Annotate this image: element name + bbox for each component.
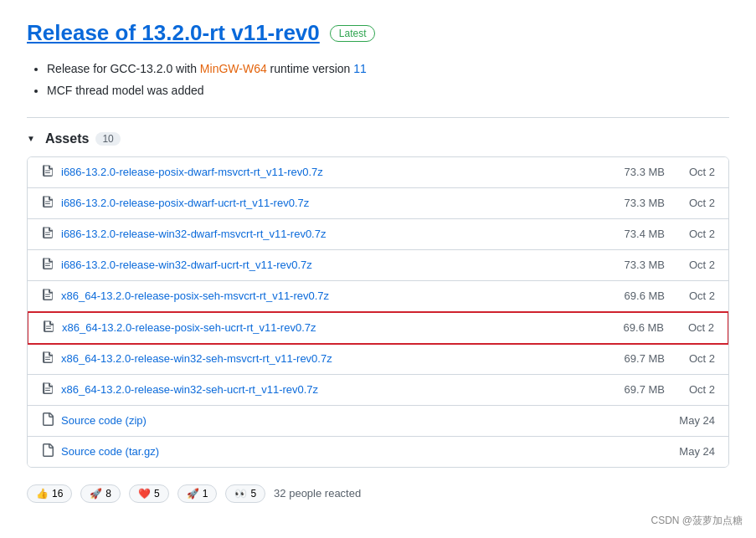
- asset-date: Oct 2: [664, 321, 714, 334]
- reaction-button[interactable]: 👍16: [27, 484, 72, 503]
- reaction-button[interactable]: 👀5: [225, 484, 265, 503]
- divider: [27, 117, 729, 118]
- assets-list: i686-13.2.0-release-posix-dwarf-msvcrt-r…: [27, 156, 729, 468]
- assets-header: ▼ Assets 10: [27, 131, 729, 146]
- asset-date: Oct 2: [665, 166, 715, 178]
- svg-rect-8: [45, 296, 50, 297]
- release-title[interactable]: Release of 13.2.0-rt v11-rev0: [27, 20, 320, 46]
- reaction-count: 16: [52, 488, 63, 500]
- asset-row: Source code (zip)May 24: [28, 406, 728, 437]
- latest-badge: Latest: [330, 25, 376, 42]
- asset-date: Oct 2: [665, 289, 715, 302]
- asset-row: x86_64-13.2.0-release-win32-seh-msvcrt-r…: [28, 344, 728, 375]
- asset-size: 69.7 MB: [598, 383, 665, 396]
- asset-name-link[interactable]: i686-13.2.0-release-win32-dwarf-ucrt-rt_…: [61, 259, 598, 271]
- asset-size: 73.3 MB: [598, 259, 665, 271]
- asset-date: Oct 2: [665, 197, 715, 209]
- watermark: CSDN @菠萝加点糖: [651, 514, 743, 523]
- svg-rect-15: [45, 387, 50, 388]
- svg-rect-14: [45, 390, 50, 391]
- asset-date: May 24: [665, 445, 715, 458]
- asset-size: 69.7 MB: [598, 352, 665, 365]
- reaction-count: 8: [105, 488, 111, 500]
- archive-icon: [41, 226, 54, 243]
- reaction-emoji: ❤️: [138, 488, 151, 500]
- asset-row: x86_64-13.2.0-release-win32-seh-ucrt-rt_…: [28, 375, 728, 406]
- svg-rect-4: [45, 234, 50, 235]
- asset-size: 73.3 MB: [598, 166, 665, 178]
- asset-name-link[interactable]: x86_64-13.2.0-release-win32-seh-ucrt-rt_…: [61, 383, 598, 396]
- archive-icon: [41, 382, 54, 398]
- asset-name-link[interactable]: i686-13.2.0-release-posix-dwarf-msvcrt-r…: [61, 166, 598, 178]
- archive-icon: [42, 320, 55, 336]
- svg-rect-11: [46, 325, 51, 326]
- version-highlight: 11: [353, 62, 367, 75]
- archive-icon: [41, 164, 54, 181]
- release-note-1: Release for GCC-13.2.0 with MinGW-W64 ru…: [47, 59, 729, 78]
- reaction-button[interactable]: 🚀8: [80, 484, 121, 503]
- svg-rect-5: [45, 232, 50, 233]
- release-notes: Release for GCC-13.2.0 with MinGW-W64 ru…: [27, 59, 729, 100]
- svg-rect-6: [45, 265, 50, 266]
- reaction-button[interactable]: ❤️5: [129, 484, 169, 503]
- title-row: Release of 13.2.0-rt v11-rev0 Latest: [27, 20, 729, 46]
- asset-name-link[interactable]: x86_64-13.2.0-release-win32-seh-msvcrt-r…: [61, 352, 598, 365]
- assets-count: 10: [95, 132, 120, 146]
- asset-size: 73.3 MB: [598, 197, 665, 209]
- svg-rect-10: [46, 328, 51, 329]
- svg-rect-0: [45, 172, 50, 173]
- release-note-2: MCF thread model was added: [47, 81, 729, 100]
- asset-name-link[interactable]: i686-13.2.0-release-posix-dwarf-ucrt-rt_…: [61, 197, 598, 209]
- reaction-count: 1: [203, 488, 208, 500]
- asset-row: Source code (tar.gz)May 24: [28, 437, 728, 467]
- asset-row: i686-13.2.0-release-win32-dwarf-ucrt-rt_…: [28, 250, 728, 281]
- mingw-highlight: MinGW-W64: [200, 62, 267, 75]
- asset-row: x86_64-13.2.0-release-posix-seh-ucrt-rt_…: [27, 311, 729, 345]
- asset-date: Oct 2: [665, 259, 715, 271]
- reactions-text: 32 people reacted: [274, 487, 361, 500]
- assets-label: Assets: [45, 131, 89, 146]
- svg-rect-12: [45, 359, 50, 360]
- assets-toggle: ▼: [27, 134, 35, 143]
- asset-row: i686-13.2.0-release-win32-dwarf-msvcrt-r…: [28, 219, 728, 250]
- svg-rect-13: [45, 356, 50, 357]
- svg-rect-9: [45, 294, 50, 295]
- asset-row: i686-13.2.0-release-posix-dwarf-ucrt-rt_…: [28, 188, 728, 219]
- svg-rect-3: [45, 201, 50, 202]
- archive-icon: [41, 195, 54, 212]
- svg-rect-7: [45, 263, 50, 264]
- archive-icon: [41, 351, 54, 367]
- source-code-icon: [41, 443, 54, 460]
- reactions-row: 👍16🚀8❤️5🚀1👀532 people reacted: [27, 484, 729, 503]
- asset-row: i686-13.2.0-release-posix-dwarf-msvcrt-r…: [28, 157, 728, 188]
- reaction-emoji: 🚀: [90, 488, 102, 500]
- asset-name-link[interactable]: Source code (zip): [61, 414, 598, 427]
- asset-size: 73.4 MB: [598, 228, 665, 240]
- reaction-emoji: 👍: [36, 488, 49, 500]
- asset-size: 69.6 MB: [597, 321, 664, 334]
- reaction-emoji: 🚀: [187, 488, 199, 500]
- archive-icon: [41, 257, 54, 274]
- asset-name-link[interactable]: i686-13.2.0-release-win32-dwarf-msvcrt-r…: [61, 228, 598, 240]
- reaction-count: 5: [154, 488, 160, 500]
- asset-date: May 24: [665, 414, 715, 427]
- svg-rect-1: [45, 170, 50, 171]
- reaction-count: 5: [250, 488, 256, 500]
- archive-icon: [41, 288, 54, 305]
- reaction-emoji: 👀: [234, 488, 247, 500]
- source-code-icon: [41, 412, 54, 429]
- asset-name-link[interactable]: Source code (tar.gz): [61, 445, 598, 458]
- svg-rect-2: [45, 203, 50, 204]
- asset-date: Oct 2: [665, 383, 715, 396]
- asset-date: Oct 2: [665, 352, 715, 365]
- asset-date: Oct 2: [665, 228, 715, 240]
- asset-row: x86_64-13.2.0-release-posix-seh-msvcrt-r…: [28, 281, 728, 312]
- asset-size: 69.6 MB: [598, 289, 665, 302]
- reaction-button[interactable]: 🚀1: [177, 484, 218, 503]
- asset-name-link[interactable]: x86_64-13.2.0-release-posix-seh-msvcrt-r…: [61, 289, 598, 302]
- asset-name-link[interactable]: x86_64-13.2.0-release-posix-seh-ucrt-rt_…: [62, 321, 597, 334]
